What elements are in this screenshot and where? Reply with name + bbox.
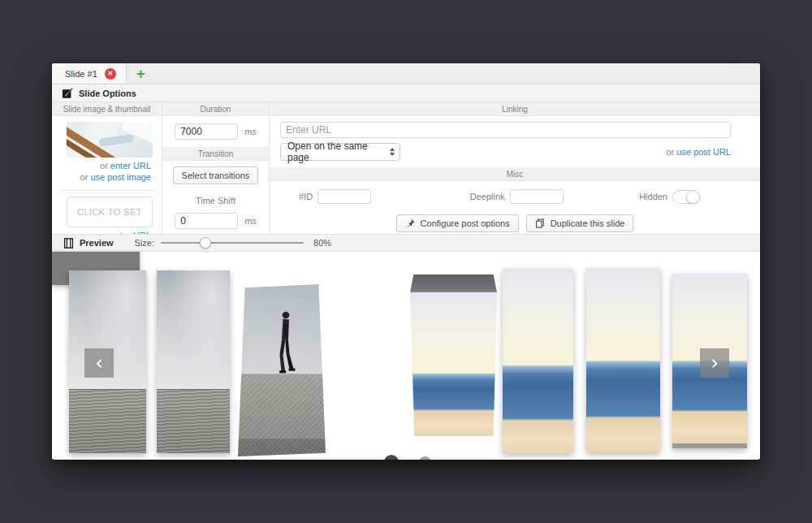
- hidden-toggle[interactable]: [672, 190, 700, 204]
- use-post-image-link[interactable]: use post image: [90, 172, 151, 182]
- use-post-url-link[interactable]: use post URL: [676, 147, 731, 157]
- or-label: or: [667, 147, 677, 157]
- enter-url-line: or enter URL: [100, 161, 151, 171]
- duplicate-slide-button[interactable]: Duplicate this slide: [526, 214, 634, 232]
- deeplink-input[interactable]: [510, 189, 564, 204]
- deeplink-label: Deeplink: [470, 192, 505, 201]
- slide-image-thumbnail[interactable]: [67, 122, 153, 158]
- use-post-image-line: or use post image: [80, 172, 151, 182]
- next-slide-arrow[interactable]: ›: [700, 348, 729, 378]
- pagination-dot-active[interactable]: [384, 455, 399, 460]
- preview-slice-beach-3: [586, 268, 660, 452]
- misc-header: Misc: [270, 167, 760, 181]
- image-thumbnail-column: Slide image & thumbnail or enter URL or …: [52, 102, 162, 234]
- id-field-group: #ID: [299, 189, 371, 204]
- slider-editor-panel: Slide #1 ✕ + Slide Options Slide image &…: [52, 63, 760, 460]
- linking-misc-column: Linking Open on the same page or use pos…: [270, 102, 760, 234]
- preview-size-value: 80%: [313, 238, 331, 248]
- enter-url-line-2: or enter URL: [100, 231, 151, 234]
- linking-header: Linking: [270, 102, 760, 116]
- slide-tab-bar: Slide #1 ✕ +: [52, 63, 760, 84]
- deeplink-field-group: Deeplink: [470, 189, 564, 204]
- preview-slice-businessman: [238, 284, 326, 456]
- delete-slide-icon[interactable]: ✕: [105, 68, 116, 80]
- duration-header: Duration: [162, 102, 269, 116]
- slide-options-grid: Slide image & thumbnail or enter URL or …: [52, 102, 760, 234]
- cube-top-face: [410, 274, 497, 292]
- or-label: or: [100, 231, 110, 234]
- preview-size-label: Size:: [135, 238, 154, 248]
- preview-slice-beach-cube: [410, 274, 497, 436]
- slide-options-title: Slide Options: [79, 89, 136, 98]
- use-post-url-line: or use post URL: [667, 147, 732, 157]
- link-target-select[interactable]: Open on the same page: [280, 143, 400, 161]
- time-shift-label: Time Shift: [162, 196, 269, 205]
- duration-unit: ms: [244, 127, 257, 136]
- timing-column: Duration ms Transition Select transition…: [162, 102, 270, 234]
- businessman-silhouette: [274, 311, 296, 374]
- tab-slide-1[interactable]: Slide #1 ✕: [52, 63, 127, 84]
- previous-slide-arrow[interactable]: ‹: [84, 348, 114, 378]
- link-target-select-value: Open on the same page: [287, 140, 390, 163]
- thumbnail-click-to-set[interactable]: CLICK TO SET: [67, 197, 153, 227]
- id-input[interactable]: [317, 189, 371, 204]
- preview-size-slider[interactable]: [161, 237, 304, 249]
- preview-slice-landscape-2: [157, 270, 230, 453]
- select-arrows-icon: [390, 148, 395, 156]
- cube-front-face: [410, 292, 497, 436]
- image-column-header: Slide image & thumbnail: [52, 102, 162, 116]
- pushpin-icon: [405, 218, 415, 228]
- enter-url-link-2[interactable]: enter URL: [110, 231, 151, 234]
- divider: [58, 190, 155, 191]
- preview-title: Preview: [80, 238, 114, 248]
- slice-field: [69, 389, 146, 453]
- tab-slide-1-label: Slide #1: [65, 69, 97, 79]
- edit-icon: [62, 88, 73, 99]
- id-label: #ID: [299, 192, 313, 201]
- duration-input[interactable]: [175, 123, 238, 140]
- select-transitions-button[interactable]: Select transitions: [173, 166, 259, 184]
- or-label: or: [100, 161, 110, 171]
- toggle-knob-icon: [686, 190, 700, 204]
- slider-thumb[interactable]: [200, 237, 211, 249]
- or-label: or: [80, 172, 91, 182]
- desktop-background: Slide #1 ✕ + Slide Options Slide image &…: [0, 0, 812, 523]
- preview-toolbar: Preview Size: 80%: [52, 234, 760, 252]
- duplicate-slide-label: Duplicate this slide: [551, 218, 625, 228]
- add-slide-icon[interactable]: +: [133, 68, 149, 80]
- film-icon: [63, 238, 74, 249]
- configure-post-options-label: Configure post options: [421, 218, 510, 228]
- slide-preview-area: ‹ ›: [52, 252, 760, 459]
- thumb-decoration: [99, 134, 134, 147]
- slice-field: [157, 389, 230, 453]
- time-shift-input[interactable]: [175, 213, 238, 229]
- transition-header: Transition: [162, 147, 269, 161]
- time-shift-unit: ms: [244, 216, 257, 226]
- preview-slice-beach-2: [503, 269, 573, 453]
- hidden-label: Hidden: [639, 192, 667, 201]
- slice-sky: [157, 270, 230, 389]
- hidden-toggle-group: Hidden: [639, 190, 700, 204]
- slide-options-header: Slide Options: [52, 84, 760, 102]
- concrete-block: [238, 374, 326, 456]
- slider-track[interactable]: [161, 242, 304, 244]
- enter-url-link[interactable]: enter URL: [110, 161, 151, 171]
- duplicate-icon: [535, 218, 545, 228]
- link-url-input[interactable]: [280, 122, 731, 138]
- pagination-dot[interactable]: [419, 456, 431, 460]
- configure-post-options-button[interactable]: Configure post options: [396, 214, 519, 232]
